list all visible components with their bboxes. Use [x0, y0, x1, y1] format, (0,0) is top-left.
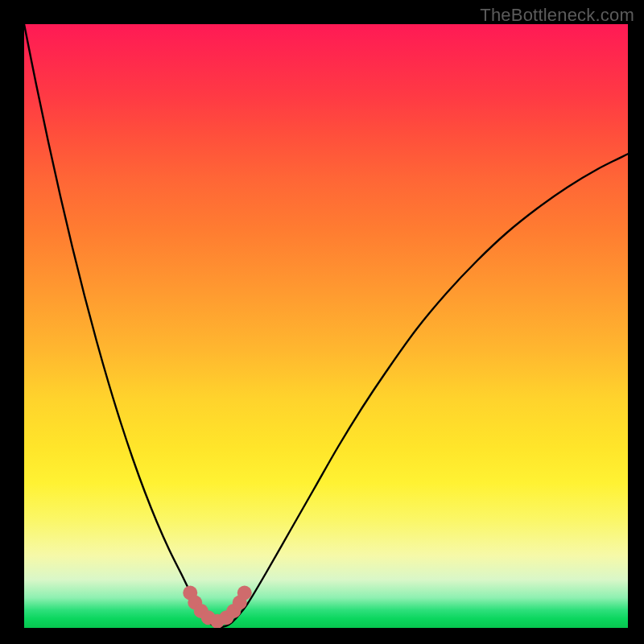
- bottleneck-curve: [24, 24, 628, 628]
- plot-area: [24, 24, 628, 628]
- chart-stage: TheBottleneck.com: [0, 0, 644, 644]
- curve-path: [24, 24, 628, 627]
- watermark-text: TheBottleneck.com: [480, 5, 634, 26]
